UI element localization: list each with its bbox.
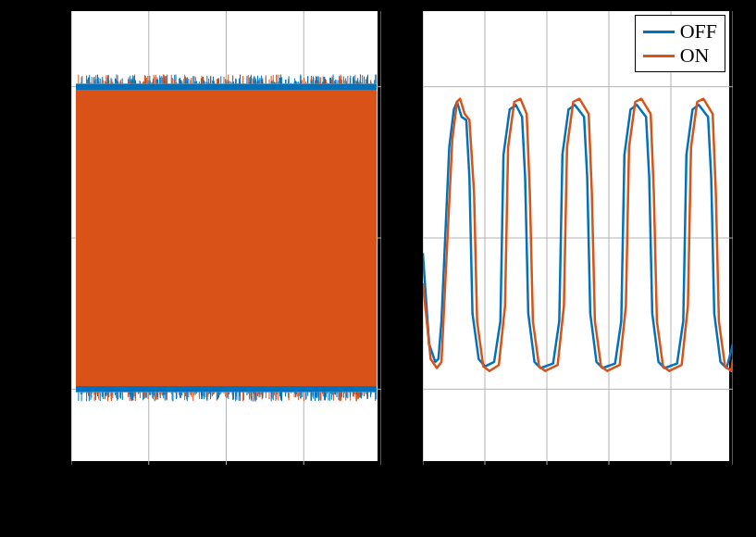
right-plot-area: OFF ON bbox=[421, 9, 731, 463]
right-series-on bbox=[423, 99, 733, 371]
left-xtick-0: 0 bbox=[56, 468, 83, 489]
ytick-label-1: 1 bbox=[37, 68, 65, 89]
legend-swatch-on bbox=[643, 55, 675, 57]
right-xtick-600: 600 bbox=[589, 468, 626, 489]
right-xtick-1000: 1000 bbox=[708, 468, 754, 489]
legend-label-off: OFF bbox=[680, 19, 717, 44]
right-xlabel: Samples bbox=[421, 500, 731, 525]
left-xlabel: Samples bbox=[69, 500, 379, 525]
legend-swatch-off bbox=[643, 31, 675, 33]
left-xtick-1: 1 bbox=[211, 468, 239, 489]
right-plot-svg bbox=[423, 11, 733, 465]
right-xtick-400: 400 bbox=[527, 468, 564, 489]
legend: OFF ON bbox=[635, 15, 725, 72]
legend-entry-off: OFF bbox=[643, 19, 717, 44]
left-plot-svg bbox=[71, 11, 381, 465]
right-xtick-800: 800 bbox=[651, 468, 688, 489]
legend-label-on: ON bbox=[680, 44, 710, 68]
right-xtick-200: 200 bbox=[465, 468, 502, 489]
left-xtick-2: 2 bbox=[366, 468, 393, 489]
left-series-on bbox=[76, 90, 377, 386]
left-ylabel: Output Signal bbox=[30, 161, 55, 309]
legend-entry-on: ON bbox=[643, 44, 717, 68]
right-grid bbox=[423, 11, 733, 465]
right-data-layer bbox=[423, 99, 733, 371]
right-xtick-0: 0 bbox=[407, 468, 435, 489]
figure-root: OFF ON -1 0 1 0 1 2 ×10⁵ 0 200 400 600 8… bbox=[0, 0, 756, 537]
left-plot-area bbox=[69, 9, 379, 463]
ytick-label-neg1: -1 bbox=[37, 370, 65, 392]
left-data-layer bbox=[76, 74, 377, 401]
